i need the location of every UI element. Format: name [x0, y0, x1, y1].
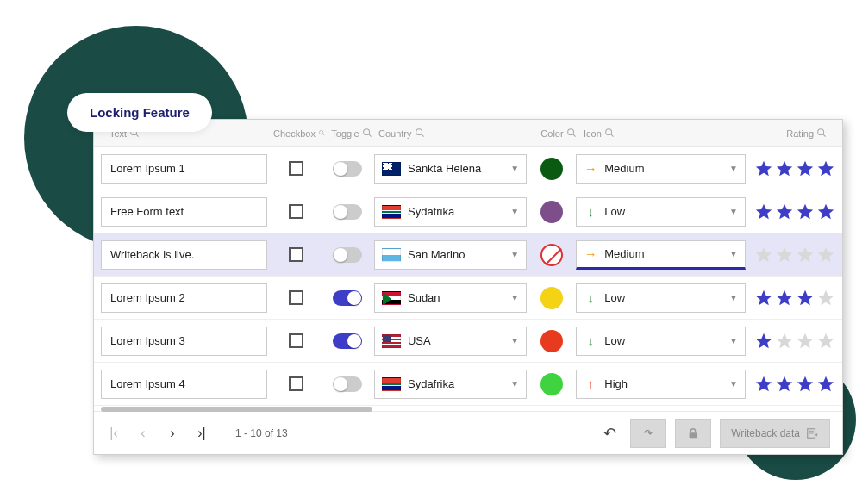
star-icon[interactable] [816, 202, 835, 221]
chevron-down-icon: ▼ [729, 249, 738, 258]
next-page-button[interactable]: › [165, 426, 180, 441]
rating-stars[interactable] [749, 246, 835, 264]
star-icon[interactable] [775, 159, 794, 178]
star-icon[interactable] [816, 332, 835, 351]
table-row[interactable]: Lorem Ipsum 2 Sudan ▼ ↓Low ▼ [94, 277, 842, 320]
checkbox[interactable] [289, 204, 303, 219]
first-page-button[interactable]: |‹ [106, 426, 122, 441]
star-icon[interactable] [816, 375, 835, 394]
toggle-switch[interactable] [333, 247, 362, 263]
country-label: Sudan [408, 291, 440, 304]
star-icon[interactable] [775, 332, 794, 351]
toggle-switch[interactable] [333, 290, 362, 306]
color-dot[interactable] [540, 287, 563, 309]
star-icon[interactable] [754, 289, 773, 308]
star-icon[interactable] [754, 246, 773, 264]
country-select[interactable]: Sydafrika ▼ [374, 370, 527, 399]
text-input[interactable]: Lorem Ipsum 3 [101, 327, 267, 356]
toggle-switch[interactable] [333, 204, 362, 220]
country-select[interactable]: USA ▼ [374, 327, 527, 356]
last-page-button[interactable]: ›| [194, 426, 209, 441]
priority-label: Medium [604, 162, 644, 175]
table-row[interactable]: Lorem Ipsum 3 USA ▼ ↓Low ▼ [94, 320, 842, 363]
priority-select[interactable]: ↑High ▼ [576, 370, 746, 399]
star-icon[interactable] [796, 332, 815, 351]
star-icon[interactable] [754, 332, 773, 351]
country-select[interactable]: San Marino ▼ [374, 240, 527, 270]
priority-select[interactable]: ↓Low ▼ [576, 327, 746, 356]
star-icon[interactable] [775, 289, 794, 308]
star-icon[interactable] [816, 246, 835, 264]
priority-select[interactable]: ↓Low ▼ [576, 197, 746, 227]
star-icon[interactable] [754, 202, 773, 221]
svg-line-7 [421, 134, 423, 137]
priority-label: Low [604, 334, 625, 347]
color-none-icon[interactable] [540, 244, 563, 266]
star-icon[interactable] [796, 289, 815, 308]
star-icon[interactable] [796, 159, 815, 178]
star-icon[interactable] [775, 246, 794, 264]
writeback-button[interactable]: Writeback data [720, 419, 830, 448]
search-icon [319, 128, 325, 138]
star-icon[interactable] [816, 289, 835, 308]
color-dot[interactable] [540, 158, 563, 180]
col-color[interactable]: Color [537, 128, 580, 139]
col-rating[interactable]: Rating [759, 128, 835, 139]
table-row[interactable]: Free Form text Sydafrika ▼ ↓Low ▼ [94, 190, 842, 233]
star-icon[interactable] [796, 375, 815, 394]
prev-page-button[interactable]: ‹ [135, 426, 151, 441]
text-input[interactable]: Lorem Ipsum 4 [101, 370, 267, 399]
arrow-right-icon: → [584, 161, 597, 176]
arrow-down-icon: ↓ [584, 290, 597, 305]
star-icon[interactable] [816, 159, 835, 178]
star-icon[interactable] [796, 246, 815, 264]
col-label: Country [378, 128, 412, 139]
table-row[interactable]: Lorem Ipsum 1 Sankta Helena ▼ →Medium ▼ [94, 147, 842, 190]
checkbox[interactable] [289, 247, 303, 262]
priority-select[interactable]: ↓Low ▼ [576, 283, 746, 313]
redo-button[interactable]: ↷ [630, 419, 666, 448]
arrow-down-icon: ↓ [584, 204, 597, 219]
color-dot[interactable] [540, 201, 563, 223]
rating-stars[interactable] [749, 289, 835, 308]
color-dot[interactable] [540, 330, 563, 352]
star-icon[interactable] [754, 375, 773, 394]
rating-stars[interactable] [749, 159, 835, 178]
priority-select[interactable]: →Medium ▼ [576, 240, 746, 270]
table-row[interactable]: Writeback is live. San Marino ▼ →Medium … [94, 233, 842, 277]
priority-select[interactable]: →Medium ▼ [576, 154, 746, 184]
col-label: Checkbox [273, 128, 316, 139]
checkbox[interactable] [289, 333, 303, 348]
col-country[interactable]: Country [378, 128, 534, 139]
undo-button[interactable]: ↶ [598, 424, 622, 443]
star-icon[interactable] [775, 375, 794, 394]
toggle-switch[interactable] [333, 333, 362, 349]
rating-stars[interactable] [749, 332, 835, 351]
text-input[interactable]: Lorem Ipsum 1 [101, 154, 267, 184]
table-row[interactable]: Lorem Ipsum 4 Sydafrika ▼ ↑High ▼ [94, 363, 842, 406]
horizontal-scrollbar[interactable] [101, 407, 372, 412]
text-input[interactable]: Free Form text [101, 197, 267, 227]
col-checkbox[interactable]: Checkbox [273, 128, 325, 139]
country-select[interactable]: Sankta Helena ▼ [374, 154, 527, 184]
star-icon[interactable] [754, 159, 773, 178]
text-input[interactable]: Writeback is live. [101, 240, 267, 270]
lock-button[interactable] [675, 419, 711, 448]
rating-stars[interactable] [749, 375, 835, 394]
country-select[interactable]: Sydafrika ▼ [374, 197, 527, 227]
checkbox[interactable] [289, 161, 303, 176]
checkbox[interactable] [289, 290, 303, 305]
chevron-down-icon: ▼ [510, 379, 519, 389]
chevron-down-icon: ▼ [729, 379, 738, 389]
text-input[interactable]: Lorem Ipsum 2 [101, 283, 267, 313]
country-select[interactable]: Sudan ▼ [374, 283, 527, 313]
col-toggle[interactable]: Toggle [328, 128, 375, 139]
checkbox[interactable] [289, 376, 303, 391]
color-dot[interactable] [540, 373, 563, 395]
toggle-switch[interactable] [333, 161, 362, 177]
rating-stars[interactable] [749, 202, 835, 221]
toggle-switch[interactable] [333, 376, 362, 392]
star-icon[interactable] [796, 202, 815, 221]
col-icon[interactable]: Icon [584, 128, 756, 139]
star-icon[interactable] [775, 202, 794, 221]
